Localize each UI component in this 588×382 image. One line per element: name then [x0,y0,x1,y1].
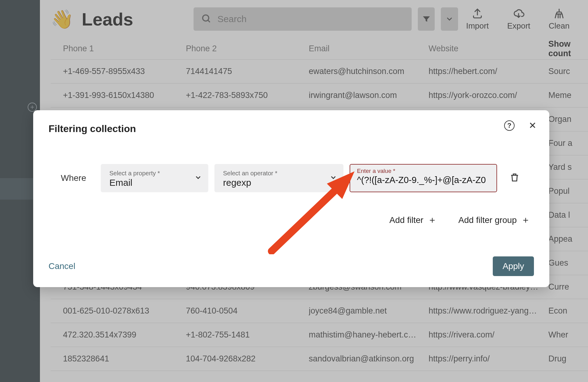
where-label: Where [61,173,95,183]
operator-select[interactable]: Select an operator * regexp [214,164,343,192]
operator-value: regexp [223,177,325,188]
filter-actions: Add filter ＋ Add filter group ＋ [49,214,530,226]
apply-button[interactable]: Apply [493,256,534,276]
add-filter-label: Add filter [390,215,424,225]
delete-filter-button[interactable] [509,172,520,184]
plus-icon: ＋ [428,214,437,226]
trash-icon [509,172,520,183]
modal-title: Filtering collection [49,123,534,134]
modal-footer: Cancel Apply [49,256,534,276]
help-button[interactable]: ? [504,120,515,131]
value-float-label: Enter a value * [357,168,490,174]
close-icon: ✕ [529,120,536,131]
plus-icon: ＋ [521,214,530,226]
close-button[interactable]: ✕ [529,120,536,131]
add-filter-group-label: Add filter group [458,215,517,225]
help-icon: ? [507,122,511,130]
property-float-label: Select a property * [109,170,190,177]
filter-modal: ? ✕ Filtering collection Where Select a … [33,110,549,287]
cancel-button[interactable]: Cancel [49,261,75,271]
chevron-down-icon [329,173,337,183]
value-input[interactable] [357,175,490,185]
property-select[interactable]: Select a property * Email [101,164,208,192]
add-filter-group-button[interactable]: Add filter group ＋ [458,214,530,226]
chevron-down-icon [194,173,202,183]
value-input-wrap[interactable]: Enter a value * [350,164,497,192]
operator-float-label: Select an operator * [223,170,325,177]
property-value: Email [109,177,190,188]
add-filter-button[interactable]: Add filter ＋ [390,214,437,226]
filter-row: Where Select a property * Email Select a… [61,164,534,192]
